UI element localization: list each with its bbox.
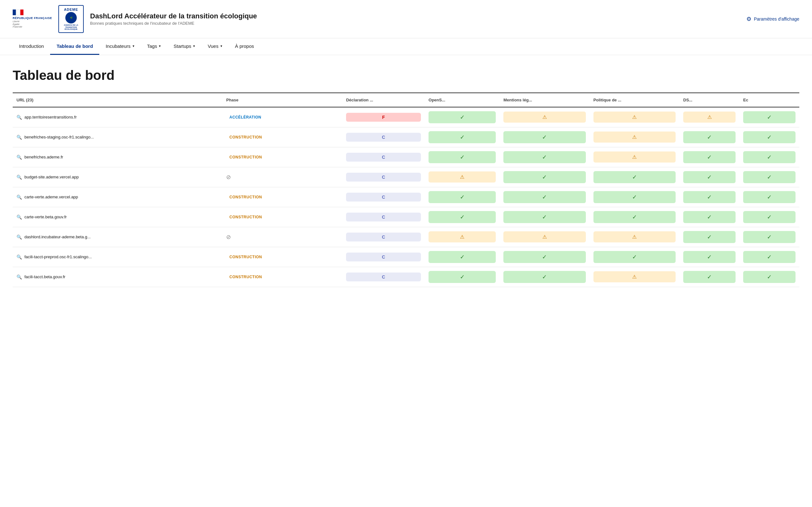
status-indicator: ✓ xyxy=(428,131,496,143)
ademe-circle: 🌿 xyxy=(65,12,77,23)
status-indicator: ✓ xyxy=(683,271,735,283)
phase-badge: CONSTRUCTION xyxy=(226,193,265,201)
status-indicator: ⚠ xyxy=(594,271,676,282)
status-indicator: ✓ xyxy=(743,151,796,163)
phase-badge: CONSTRUCTION xyxy=(226,134,265,141)
opens-cell: ✓ xyxy=(425,127,500,147)
ds-cell: ✓ xyxy=(679,227,740,247)
ademe-sub3: ÉCOLOGIQUE xyxy=(65,28,78,31)
search-icon: 🔍 xyxy=(16,155,22,160)
declaration-value: C xyxy=(346,153,421,162)
url-text: app.territoiresentransitions.fr xyxy=(24,115,77,119)
opens-cell: ✓ xyxy=(425,267,500,287)
nav-startups[interactable]: Startups ▾ xyxy=(167,38,201,55)
status-indicator: ✓ xyxy=(594,191,676,203)
nav-tags[interactable]: Tags ▾ xyxy=(141,38,167,55)
mentions-cell: ✓ xyxy=(500,167,589,187)
table-row[interactable]: 🔍facili-tacct-preprod.osc-fr1.scalingo..… xyxy=(13,247,799,267)
opens-cell: ⚠ xyxy=(425,227,500,247)
mentions-cell: ⚠ xyxy=(500,107,589,127)
eco-cell: ✓ xyxy=(740,147,799,167)
url-text: facili-tacct.beta.gouv.fr xyxy=(24,274,65,279)
search-icon: 🔍 xyxy=(16,255,22,260)
nav-vues[interactable]: Vues ▾ xyxy=(201,38,229,55)
search-icon: 🔍 xyxy=(16,135,22,140)
col-header-opens: OpenS... xyxy=(425,93,500,107)
phase-cell: ⊘ xyxy=(222,227,342,247)
declaration-cell: C xyxy=(342,207,425,227)
mentions-cell: ✓ xyxy=(500,247,589,267)
dashboard-table: URL (23) Phase Déclaration ... OpenS... … xyxy=(13,93,799,287)
settings-button[interactable]: ⚙ Paramètres d'affichage xyxy=(746,15,799,22)
table-row[interactable]: 🔍dashlord.incubateur-ademe.beta.g...⊘C⚠⚠… xyxy=(13,227,799,247)
url-cell: 🔍budget-site.ademe.vercel.app xyxy=(13,167,222,187)
french-flag xyxy=(13,9,23,15)
url-text: carte-verte.beta.gouv.fr xyxy=(24,215,67,219)
mentions-cell: ✓ xyxy=(500,267,589,287)
republic-motto2: Égalité xyxy=(13,23,19,26)
table-header-row: URL (23) Phase Déclaration ... OpenS... … xyxy=(13,93,799,107)
declaration-value: C xyxy=(346,233,421,241)
nav-a-propos[interactable]: À propos xyxy=(229,38,260,55)
nav-introduction[interactable]: Introduction xyxy=(13,38,50,55)
declaration-value: C xyxy=(346,213,421,222)
status-indicator: ⚠ xyxy=(503,231,586,242)
status-indicator: ✓ xyxy=(683,251,735,263)
ademe-sub1: AGENCE DE LA xyxy=(64,24,78,26)
col-header-politique: Politique de ... xyxy=(590,93,679,107)
status-indicator: ✓ xyxy=(594,211,676,223)
phase-badge: ACCÉLÉRATION xyxy=(226,114,264,121)
politique-cell: ✓ xyxy=(590,167,679,187)
url-cell: 🔍carte-verte.ademe.vercel.app xyxy=(13,187,222,207)
table-row[interactable]: 🔍app.territoiresentransitions.frACCÉLÉRA… xyxy=(13,107,799,127)
ds-cell: ✓ xyxy=(679,147,740,167)
app-title-block: DashLord Accélérateur de la transition é… xyxy=(90,12,257,26)
search-icon: 🔍 xyxy=(16,194,22,200)
nav-incubateurs[interactable]: Incubateurs ▾ xyxy=(99,38,141,55)
opens-cell: ✓ xyxy=(425,107,500,127)
table-row[interactable]: 🔍facili-tacct.beta.gouv.frCONSTRUCTIONC✓… xyxy=(13,267,799,287)
status-indicator: ✓ xyxy=(743,271,796,283)
table-row[interactable]: 🔍budget-site.ademe.vercel.app⊘C⚠✓✓✓✓ xyxy=(13,167,799,187)
politique-cell: ✓ xyxy=(590,247,679,267)
status-indicator: ✓ xyxy=(503,251,586,263)
settings-icon: ⚙ xyxy=(746,15,751,22)
declaration-cell: F xyxy=(342,107,425,127)
table-row[interactable]: 🔍benefriches-staging.osc-fr1.scalingo...… xyxy=(13,127,799,147)
table-row[interactable]: 🔍benefriches.ademe.frCONSTRUCTIONC✓✓⚠✓✓ xyxy=(13,147,799,167)
politique-cell: ✓ xyxy=(590,187,679,207)
status-indicator: ✓ xyxy=(743,231,796,243)
status-indicator: ✓ xyxy=(428,211,496,223)
declaration-value: C xyxy=(346,273,421,281)
ademe-title: ADEME xyxy=(64,8,78,11)
table-row[interactable]: 🔍carte-verte.ademe.vercel.appCONSTRUCTIO… xyxy=(13,187,799,207)
search-icon: 🔍 xyxy=(16,234,22,239)
status-indicator: ✓ xyxy=(503,171,586,183)
startups-chevron-icon: ▾ xyxy=(193,44,195,48)
settings-label: Paramètres d'affichage xyxy=(754,16,799,21)
table-body: 🔍app.territoiresentransitions.frACCÉLÉRA… xyxy=(13,107,799,287)
status-indicator: ⚠ xyxy=(594,131,676,143)
table-row[interactable]: 🔍carte-verte.beta.gouv.frCONSTRUCTIONC✓✓… xyxy=(13,207,799,227)
nav-startups-label: Startups xyxy=(173,43,191,49)
page-title: Tableau de bord xyxy=(13,68,799,83)
phase-cell: CONSTRUCTION xyxy=(222,127,342,147)
ds-cell: ✓ xyxy=(679,247,740,267)
col-header-ds: DS... xyxy=(679,93,740,107)
nav-tableau-de-bord[interactable]: Tableau de bord xyxy=(50,38,99,55)
main-content: Tableau de bord URL (23) Phase Déclarati… xyxy=(0,55,812,293)
status-indicator: ✓ xyxy=(743,211,796,223)
declaration-cell: C xyxy=(342,167,425,187)
status-indicator: ⚠ xyxy=(594,112,676,123)
declaration-cell: C xyxy=(342,227,425,247)
dashboard-table-container: URL (23) Phase Déclaration ... OpenS... … xyxy=(13,93,799,287)
phase-badge: CONSTRUCTION xyxy=(226,154,265,161)
phase-badge: CONSTRUCTION xyxy=(226,253,265,261)
opens-cell: ✓ xyxy=(425,247,500,267)
col-header-declaration: Déclaration ... xyxy=(342,93,425,107)
nav-tableau-label: Tableau de bord xyxy=(56,43,93,49)
declaration-cell: C xyxy=(342,127,425,147)
url-cell: 🔍facili-tacct-preprod.osc-fr1.scalingo..… xyxy=(13,247,222,267)
mentions-cell: ✓ xyxy=(500,207,589,227)
status-indicator: ✓ xyxy=(683,151,735,163)
